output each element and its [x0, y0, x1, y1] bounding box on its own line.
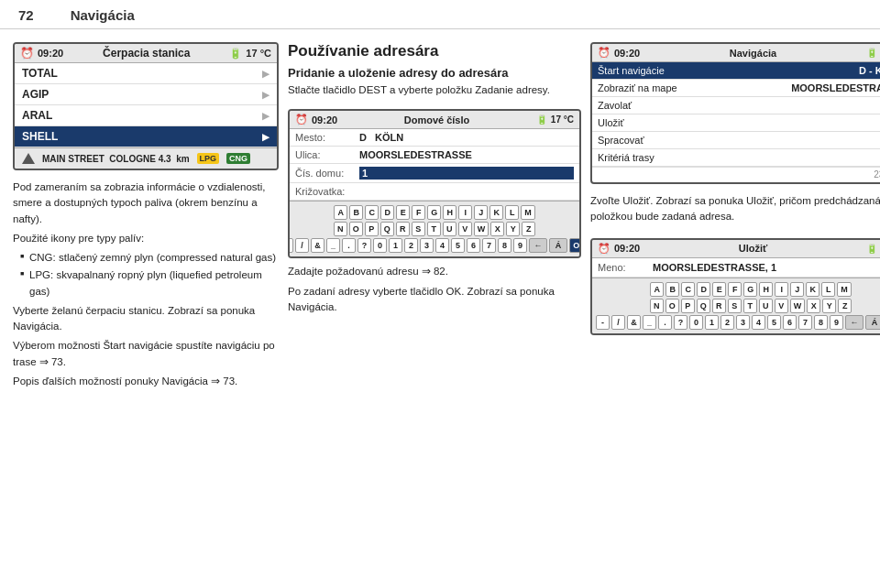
skey-backspace[interactable]: ← [845, 315, 864, 330]
skey-I[interactable]: I [775, 282, 788, 297]
key-8[interactable]: 8 [498, 238, 512, 253]
skey-X[interactable]: X [807, 299, 820, 313]
addr-field-cislo[interactable]: Čís. domu: 1 [290, 164, 579, 183]
key-D[interactable]: D [380, 205, 394, 220]
key-2[interactable]: 2 [404, 238, 418, 253]
skey-2[interactable]: 2 [720, 315, 734, 330]
key-T[interactable]: T [427, 222, 441, 236]
skey-4[interactable]: 4 [752, 315, 765, 330]
skey-7[interactable]: 7 [798, 315, 812, 330]
skey-B[interactable]: B [666, 282, 679, 297]
skey-W[interactable]: W [790, 299, 806, 313]
skey-V[interactable]: V [775, 299, 788, 313]
key-A[interactable]: A [334, 205, 347, 220]
key-ok[interactable]: OK [569, 238, 581, 253]
skey-E[interactable]: E [712, 282, 726, 297]
key-Z[interactable]: Z [522, 222, 535, 236]
skey-Q[interactable]: Q [697, 299, 710, 313]
key-F[interactable]: F [412, 205, 425, 220]
skey-H[interactable]: H [759, 282, 773, 297]
key-3[interactable]: 3 [420, 238, 434, 253]
key-slash[interactable]: / [295, 238, 309, 253]
key-7[interactable]: 7 [482, 238, 496, 253]
key-E[interactable]: E [396, 205, 410, 220]
key-1[interactable]: 1 [389, 238, 402, 253]
key-6[interactable]: 6 [467, 238, 480, 253]
key-L[interactable]: L [505, 205, 519, 220]
skey-1[interactable]: 1 [705, 315, 719, 330]
skey-Z[interactable]: Z [838, 299, 852, 313]
station-row-aral[interactable]: ARAL ▶ [15, 105, 277, 126]
skey-C[interactable]: C [681, 282, 695, 297]
key-dot[interactable]: . [342, 238, 356, 253]
key-B[interactable]: B [349, 205, 363, 220]
key-C[interactable]: C [365, 205, 379, 220]
skey-K[interactable]: K [806, 282, 820, 297]
skey-amp[interactable]: & [627, 315, 641, 330]
key-dash[interactable]: - [288, 238, 293, 253]
key-accent[interactable]: Á [549, 238, 567, 253]
skey-G[interactable]: G [743, 282, 757, 297]
key-V[interactable]: V [458, 222, 472, 236]
skey-slash[interactable]: / [611, 315, 625, 330]
nav-menu-map[interactable]: Zobraziť na mape MOORSLEDESTRASSE [592, 80, 880, 97]
key-Y[interactable]: Y [506, 222, 520, 236]
nav-menu-criteria[interactable]: Kritériá trasy ▶ [592, 149, 880, 167]
skey-U[interactable]: U [759, 299, 773, 313]
key-J[interactable]: J [474, 205, 488, 220]
skey-R[interactable]: R [712, 299, 726, 313]
skey-S[interactable]: S [728, 299, 742, 313]
skey-M[interactable]: M [837, 282, 852, 297]
key-W[interactable]: W [474, 222, 490, 236]
key-U[interactable]: U [443, 222, 456, 236]
nav-menu-call[interactable]: Zavolať 1 [592, 97, 880, 114]
skey-A[interactable]: A [650, 282, 664, 297]
key-S[interactable]: S [412, 222, 425, 236]
station-row-total[interactable]: TOTAL ▶ [15, 63, 277, 84]
skey-O[interactable]: O [666, 299, 679, 313]
skey-D[interactable]: D [697, 282, 710, 297]
key-P[interactable]: P [365, 222, 379, 236]
skey-J[interactable]: J [790, 282, 804, 297]
skey-P[interactable]: P [681, 299, 695, 313]
key-R[interactable]: R [396, 222, 410, 236]
key-G[interactable]: G [427, 205, 441, 220]
skey-accent[interactable]: Á [865, 315, 880, 330]
skey-8[interactable]: 8 [814, 315, 828, 330]
key-backspace[interactable]: ← [529, 238, 547, 253]
skey-T[interactable]: T [743, 299, 757, 313]
skey-5[interactable]: 5 [767, 315, 781, 330]
nav-menu-save[interactable]: Uložiť [592, 114, 880, 132]
key-q[interactable]: ? [358, 238, 371, 253]
station-row-agip[interactable]: AGIP ▶ [15, 84, 277, 105]
key-O[interactable]: O [349, 222, 363, 236]
skey-3[interactable]: 3 [736, 315, 750, 330]
key-under[interactable]: _ [326, 238, 340, 253]
skey-dash[interactable]: - [596, 315, 610, 330]
key-M[interactable]: M [521, 205, 535, 220]
key-4[interactable]: 4 [435, 238, 449, 253]
nav-menu-start[interactable]: Štart navigácie D - KÖLN [592, 62, 880, 80]
skey-N[interactable]: N [650, 299, 664, 313]
nav-menu-process[interactable]: Spracovať [592, 132, 880, 149]
key-I[interactable]: I [458, 205, 472, 220]
skey-F[interactable]: F [728, 282, 742, 297]
key-H[interactable]: H [443, 205, 456, 220]
key-9[interactable]: 9 [513, 238, 527, 253]
skey-9[interactable]: 9 [830, 315, 843, 330]
skey-6[interactable]: 6 [783, 315, 797, 330]
skey-Y[interactable]: Y [822, 299, 836, 313]
key-5[interactable]: 5 [451, 238, 465, 253]
skey-L[interactable]: L [821, 282, 835, 297]
skey-under[interactable]: _ [643, 315, 656, 330]
skey-q[interactable]: ? [674, 315, 688, 330]
key-Q[interactable]: Q [380, 222, 394, 236]
station-row-shell[interactable]: SHELL ▶ [15, 126, 277, 147]
key-N[interactable]: N [334, 222, 347, 236]
key-X[interactable]: X [490, 222, 504, 236]
skey-dot[interactable]: . [658, 315, 672, 330]
skey-0[interactable]: 0 [689, 315, 703, 330]
key-amp[interactable]: & [311, 238, 324, 253]
key-0[interactable]: 0 [373, 238, 387, 253]
key-K[interactable]: K [490, 205, 503, 220]
